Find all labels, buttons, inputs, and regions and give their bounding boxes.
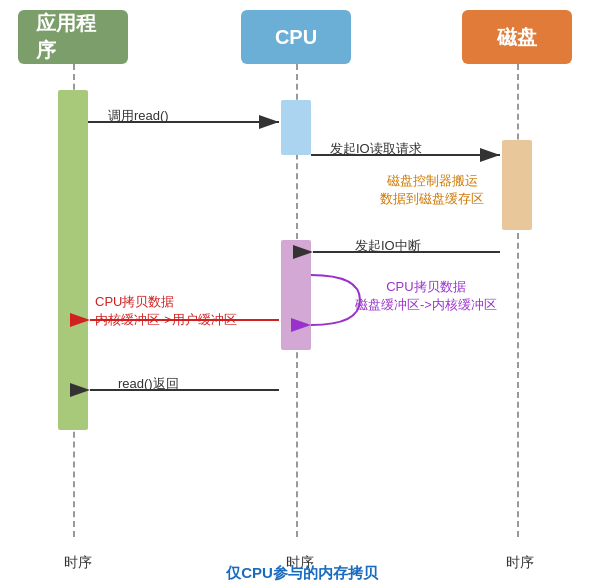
label-cpu-copy-disk-kernel: CPU拷贝数据磁盘缓冲区->内核缓冲区: [355, 278, 497, 314]
dashed-line-disk: [517, 64, 519, 537]
footer-note: 仅CPU参与的内存拷贝: [0, 564, 604, 583]
label-send-io-request: 发起IO读取请求: [330, 140, 422, 158]
label-read-return: read()返回: [118, 375, 179, 393]
label-disk-controller: 磁盘控制器搬运数据到磁盘缓存区: [380, 172, 484, 208]
label-send-io-interrupt: 发起IO中断: [355, 237, 421, 255]
cpu-label: CPU: [275, 26, 317, 49]
header-cpu-box: CPU: [241, 10, 351, 64]
process-bar-app: [58, 90, 88, 430]
disk-label: 磁盘: [497, 24, 537, 51]
label-cpu-copy-kernel-user: CPU拷贝数据内核缓冲区->用户缓冲区: [95, 293, 237, 329]
process-bar-cpu-top: [281, 100, 311, 155]
diagram-container: 应用程序 CPU 磁盘: [0, 0, 604, 587]
app-label: 应用程序: [36, 10, 110, 64]
label-call-read: 调用read(): [108, 107, 169, 125]
process-bar-disk: [502, 140, 532, 230]
header-app-box: 应用程序: [18, 10, 128, 64]
header-disk-box: 磁盘: [462, 10, 572, 64]
process-bar-cpu-bottom: [281, 240, 311, 350]
